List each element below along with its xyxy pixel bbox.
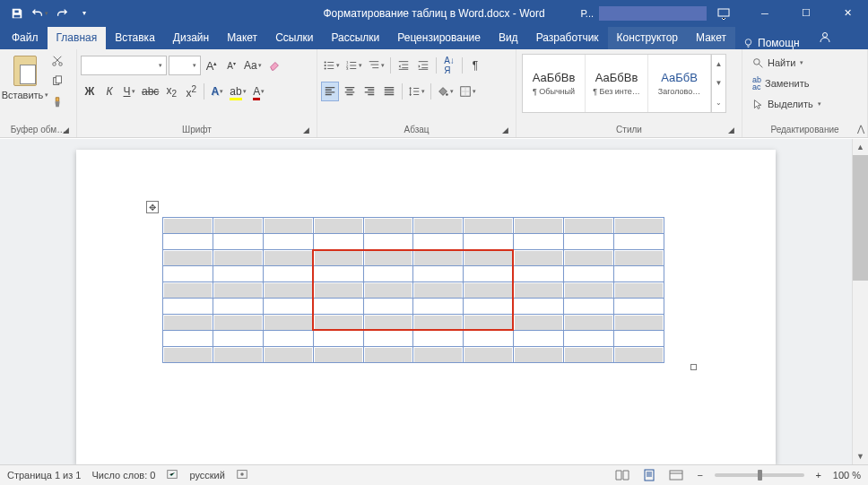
- share-button[interactable]: [818, 30, 832, 48]
- status-macro[interactable]: [236, 468, 248, 482]
- table-cell[interactable]: [464, 234, 514, 250]
- table-cell[interactable]: [413, 347, 464, 363]
- table-cell[interactable]: [564, 266, 614, 282]
- table-cell[interactable]: [363, 331, 413, 347]
- tab-references[interactable]: Ссылки: [266, 27, 322, 49]
- table-cell[interactable]: [614, 266, 664, 282]
- justify-button[interactable]: [380, 82, 398, 101]
- table-cell[interactable]: [564, 218, 614, 234]
- styles-launcher[interactable]: ◢: [725, 125, 736, 135]
- underline-button[interactable]: Ч▾: [120, 82, 138, 101]
- tab-view[interactable]: Вид: [490, 27, 527, 49]
- document-table[interactable]: [162, 217, 664, 363]
- collapse-ribbon-button[interactable]: ⋀: [857, 124, 864, 134]
- cut-button[interactable]: [48, 52, 66, 70]
- table-cell[interactable]: [413, 331, 464, 347]
- tab-insert[interactable]: Вставка: [106, 27, 164, 49]
- account-area[interactable]: Р...: [581, 0, 707, 26]
- tab-review[interactable]: Рецензирование: [388, 27, 490, 49]
- table-cell[interactable]: [263, 331, 313, 347]
- save-button[interactable]: [7, 4, 27, 23]
- table-cell[interactable]: [413, 299, 464, 315]
- table-cell[interactable]: [464, 347, 514, 363]
- tab-mailings[interactable]: Рассылки: [322, 27, 388, 49]
- table-cell[interactable]: [464, 315, 514, 331]
- status-page[interactable]: Страница 1 из 1: [7, 470, 81, 481]
- view-web-button[interactable]: [666, 467, 686, 483]
- table-cell[interactable]: [163, 218, 213, 234]
- table-cell[interactable]: [514, 218, 564, 234]
- table-cell[interactable]: [363, 266, 413, 282]
- paste-button[interactable]: Вставить▾: [4, 52, 47, 123]
- table-cell[interactable]: [263, 234, 313, 250]
- gallery-expand[interactable]: ⌄: [712, 93, 725, 112]
- strike-button[interactable]: abc: [140, 82, 161, 101]
- table-cell[interactable]: [163, 282, 213, 299]
- table-cell[interactable]: [313, 315, 363, 331]
- table-cell[interactable]: [413, 282, 464, 299]
- table-cell[interactable]: [363, 250, 413, 266]
- table-cell[interactable]: [363, 299, 413, 315]
- scroll-up-button[interactable]: ▲: [853, 139, 868, 155]
- table-cell[interactable]: [514, 331, 564, 347]
- table-cell[interactable]: [313, 331, 363, 347]
- table-cell[interactable]: [614, 315, 664, 331]
- table-cell[interactable]: [263, 347, 313, 363]
- table-cell[interactable]: [363, 282, 413, 299]
- table-cell[interactable]: [514, 315, 564, 331]
- table-cell[interactable]: [514, 282, 564, 299]
- table-cell[interactable]: [213, 218, 263, 234]
- style-heading1[interactable]: АаБбВ Заголово…: [648, 55, 711, 112]
- table-cell[interactable]: [263, 282, 313, 299]
- tell-me-search[interactable]: Помощн: [735, 37, 807, 49]
- customize-qat-button[interactable]: ▾: [74, 4, 94, 23]
- view-print-button[interactable]: [639, 467, 659, 483]
- status-proofing[interactable]: [166, 468, 178, 482]
- italic-button[interactable]: К: [100, 82, 118, 101]
- table-cell[interactable]: [614, 331, 664, 347]
- sort-button[interactable]: A↓Я: [440, 56, 458, 75]
- table-cell[interactable]: [163, 299, 213, 315]
- table-cell[interactable]: [614, 347, 664, 363]
- table-cell[interactable]: [313, 299, 363, 315]
- tab-file[interactable]: Файл: [3, 27, 48, 49]
- table-cell[interactable]: [564, 234, 614, 250]
- redo-button[interactable]: [52, 4, 72, 23]
- table-cell[interactable]: [313, 234, 363, 250]
- table-cell[interactable]: [313, 282, 363, 299]
- table-cell[interactable]: [464, 250, 514, 266]
- subscript-button[interactable]: x2: [162, 82, 180, 101]
- table-cell[interactable]: [564, 331, 614, 347]
- table-cell[interactable]: [163, 347, 213, 363]
- increase-indent-button[interactable]: [414, 56, 432, 75]
- table-cell[interactable]: [213, 299, 263, 315]
- table-cell[interactable]: [213, 315, 263, 331]
- text-effects-button[interactable]: A▾: [208, 82, 226, 101]
- table-cell[interactable]: [213, 250, 263, 266]
- table-move-handle[interactable]: ✥: [146, 201, 159, 213]
- table-cell[interactable]: [313, 266, 363, 282]
- zoom-thumb[interactable]: [758, 470, 762, 481]
- table-cell[interactable]: [213, 282, 263, 299]
- numbering-button[interactable]: 123▾: [343, 56, 364, 75]
- font-launcher[interactable]: ◢: [300, 125, 311, 135]
- table-cell[interactable]: [363, 315, 413, 331]
- table-cell[interactable]: [413, 218, 464, 234]
- table-cell[interactable]: [413, 234, 464, 250]
- table-cell[interactable]: [263, 266, 313, 282]
- table-cell[interactable]: [614, 250, 664, 266]
- undo-button[interactable]: ▾: [30, 4, 49, 23]
- align-right-button[interactable]: [360, 82, 378, 101]
- shrink-font-button[interactable]: A▾: [222, 56, 240, 75]
- font-color-button[interactable]: A▾: [250, 82, 268, 101]
- tab-table-layout[interactable]: Макет: [687, 27, 735, 49]
- table-cell[interactable]: [413, 250, 464, 266]
- table-cell[interactable]: [464, 266, 514, 282]
- font-name-combo[interactable]: ▾: [81, 56, 167, 75]
- table-cell[interactable]: [263, 250, 313, 266]
- align-center-button[interactable]: [341, 82, 359, 101]
- table-cell[interactable]: [213, 347, 263, 363]
- table-cell[interactable]: [213, 266, 263, 282]
- table-cell[interactable]: [413, 266, 464, 282]
- table-cell[interactable]: [413, 315, 464, 331]
